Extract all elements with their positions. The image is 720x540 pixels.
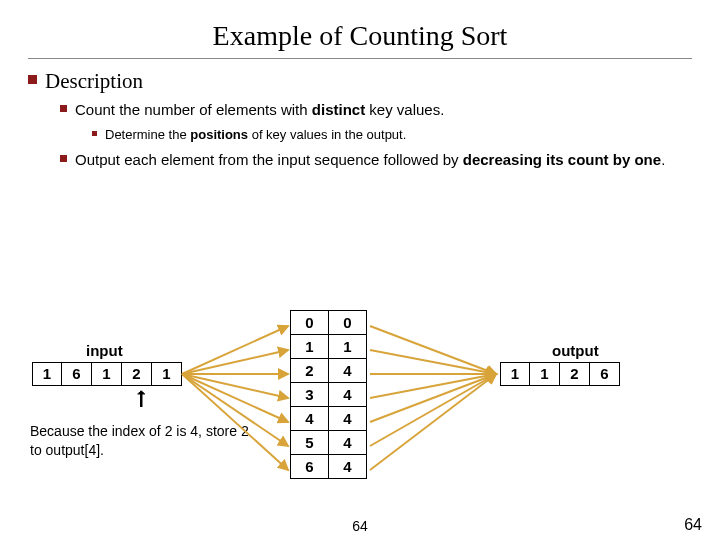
table-row: 11 — [291, 335, 367, 359]
caption-text: Because the index of 2 is 4, store 2 to … — [30, 422, 250, 460]
input-cell: 1 — [32, 362, 62, 386]
svg-line-3 — [182, 374, 288, 398]
bullet-l1: Description — [28, 69, 692, 94]
page-number-center: 64 — [0, 518, 720, 534]
count-table: 00 11 24 34 44 54 64 — [290, 310, 367, 479]
page-number-right: 64 — [684, 516, 702, 534]
arrows-table-to-output-icon — [366, 310, 566, 490]
bullet-l2-count: Count the number of elements with distin… — [60, 100, 692, 120]
bullet-l3-determine: Determine the positions of key values in… — [92, 126, 692, 144]
bullet-icon — [60, 105, 67, 112]
svg-line-11 — [370, 374, 496, 422]
svg-line-0 — [182, 326, 288, 374]
table-row: 64 — [291, 455, 367, 479]
svg-line-1 — [182, 350, 288, 374]
input-cell: 2 — [122, 362, 152, 386]
input-cell: 1 — [92, 362, 122, 386]
bullet-l2a-text: Count the number of elements with distin… — [75, 100, 444, 120]
svg-line-8 — [370, 350, 496, 374]
svg-line-7 — [370, 326, 496, 374]
output-cell: 1 — [500, 362, 530, 386]
bullet-l2-output: Output each element from the input seque… — [60, 150, 692, 170]
table-row: 54 — [291, 431, 367, 455]
output-cell: 2 — [560, 362, 590, 386]
bullet-icon — [92, 131, 97, 136]
slide: Example of Counting Sort Description Cou… — [0, 0, 720, 540]
page-title: Example of Counting Sort — [28, 20, 692, 52]
output-label: output — [552, 342, 599, 359]
bullet-icon — [60, 155, 67, 162]
table-row: 00 — [291, 311, 367, 335]
table-row: 24 — [291, 359, 367, 383]
svg-line-12 — [370, 374, 496, 446]
input-label: input — [86, 342, 123, 359]
svg-line-10 — [370, 374, 496, 398]
diagram: input output 1 6 1 2 1 🠕 Because the ind… — [0, 310, 720, 530]
bullet-icon — [28, 75, 37, 84]
table-row: 44 — [291, 407, 367, 431]
bullet-l2b-text: Output each element from the input seque… — [75, 150, 665, 170]
input-cell: 1 — [152, 362, 182, 386]
svg-line-13 — [370, 374, 496, 470]
input-array: 1 6 1 2 1 — [32, 362, 182, 386]
table-row: 34 — [291, 383, 367, 407]
pointer-arrow-icon: 🠕 — [131, 390, 151, 410]
input-cell: 6 — [62, 362, 92, 386]
title-divider — [28, 58, 692, 59]
output-array: 1 1 2 6 — [500, 362, 620, 386]
svg-line-4 — [182, 374, 288, 422]
bullet-l1-text: Description — [45, 69, 143, 94]
output-cell: 1 — [530, 362, 560, 386]
bullet-l3-text: Determine the positions of key values in… — [105, 126, 406, 144]
output-cell: 6 — [590, 362, 620, 386]
